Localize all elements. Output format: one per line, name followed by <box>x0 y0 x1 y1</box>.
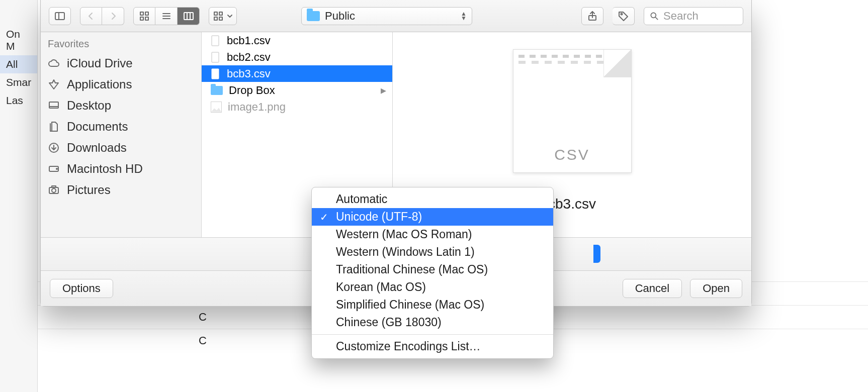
encoding-menu-item[interactable]: Korean (Mac OS) <box>312 278 553 296</box>
view-icons-button[interactable] <box>133 7 155 25</box>
file-row[interactable]: bcb1.csv <box>202 32 392 49</box>
camera-icon <box>48 184 60 196</box>
svg-rect-28 <box>212 36 219 46</box>
encoding-menu-item-label: Unicode (UTF-8) <box>336 210 422 223</box>
sidebar-item-label: Applications <box>67 77 132 91</box>
encoding-menu-customize[interactable]: Customize Encodings List… <box>312 338 553 355</box>
svg-rect-14 <box>219 12 222 15</box>
svg-point-26 <box>52 188 56 192</box>
file-row-folder[interactable]: Drop Box ▸ <box>202 82 392 99</box>
svg-point-18 <box>651 13 656 18</box>
favorites-sidebar: Favorites iCloud Drive Applications Desk… <box>41 32 202 237</box>
sidebar-item-documents[interactable]: Documents <box>41 116 201 137</box>
sidebar-item-label: Downloads <box>67 141 127 155</box>
bg-sidebar: On M All Smar Las <box>0 0 38 392</box>
share-icon <box>586 10 598 22</box>
sidebar-item-label: Documents <box>67 120 128 134</box>
encoding-menu-item[interactable]: Western (Mac OS Roman) <box>312 226 553 243</box>
bg-sidebar-item[interactable]: Smar <box>0 73 37 91</box>
downloads-icon <box>48 142 60 154</box>
sidebar-fade <box>41 217 201 237</box>
sidebar-item-icloud[interactable]: iCloud Drive <box>41 53 201 74</box>
chevron-down-icon <box>227 13 233 19</box>
folder-icon <box>211 86 223 95</box>
file-name: bcb2.csv <box>227 51 271 64</box>
sidebar-icon <box>54 10 66 22</box>
sidebar-item-label: Pictures <box>67 183 111 197</box>
file-row[interactable]: bcb2.csv <box>202 49 392 65</box>
file-icon <box>211 51 221 63</box>
chevron-left-icon <box>85 10 97 22</box>
chevron-right-icon: ▸ <box>381 84 386 97</box>
columns-icon <box>183 10 195 22</box>
encoding-menu-item[interactable]: Chinese (GB 18030) <box>312 314 553 331</box>
svg-rect-29 <box>212 52 219 62</box>
search-placeholder: Search <box>663 10 699 23</box>
sidebar-header: Favorites <box>41 36 201 53</box>
list-icon <box>160 10 172 22</box>
svg-rect-30 <box>212 69 219 79</box>
preview-badge: CSV <box>554 146 590 163</box>
path-popup[interactable]: Public ▲▼ <box>301 7 472 25</box>
svg-rect-5 <box>145 17 148 20</box>
encoding-menu-item-selected[interactable]: ✓ Unicode (UTF-8) <box>312 208 553 226</box>
chevron-right-icon <box>107 10 119 22</box>
bg-sidebar-item[interactable]: On M <box>0 25 37 55</box>
encoding-menu[interactable]: Automatic ✓ Unicode (UTF-8) Western (Mac… <box>311 187 554 359</box>
group-icon <box>213 10 225 22</box>
search-field[interactable]: Search <box>644 7 743 25</box>
path-label: Public <box>325 10 355 23</box>
folder-icon <box>307 11 320 21</box>
file-name: Drop Box <box>229 84 275 97</box>
svg-rect-9 <box>184 13 193 20</box>
share-button[interactable] <box>581 7 603 25</box>
sidebar-item-label: Macintosh HD <box>67 162 143 176</box>
cancel-button[interactable]: Cancel <box>623 279 682 298</box>
bg-sidebar-item[interactable]: All <box>0 55 37 73</box>
sidebar-item-pictures[interactable]: Pictures <box>41 179 201 201</box>
toggle-sidebar-button[interactable] <box>49 7 71 25</box>
svg-rect-12 <box>214 12 217 15</box>
file-name: bcb1.csv <box>227 34 271 47</box>
checkmark-icon: ✓ <box>320 211 328 223</box>
dialog-toolbar: Public ▲▼ Search <box>41 0 751 32</box>
back-button[interactable] <box>80 7 102 25</box>
encoding-popup-edge[interactable] <box>593 245 600 263</box>
updown-icon: ▲▼ <box>461 12 467 21</box>
sidebar-item-applications[interactable]: Applications <box>41 74 201 95</box>
sidebar-item-macintosh-hd[interactable]: Macintosh HD <box>41 158 201 179</box>
bg-sidebar-item[interactable]: Las <box>0 91 37 110</box>
desktop-icon <box>48 100 60 112</box>
sidebar-item-downloads[interactable]: Downloads <box>41 137 201 158</box>
view-list-button[interactable] <box>155 7 178 25</box>
search-icon <box>649 11 659 21</box>
view-columns-button[interactable] <box>178 7 200 25</box>
encoding-menu-item[interactable]: Traditional Chinese (Mac OS) <box>312 261 553 278</box>
encoding-menu-item[interactable]: Western (Windows Latin 1) <box>312 243 553 261</box>
open-button[interactable]: Open <box>690 279 742 298</box>
tags-button[interactable] <box>613 7 635 25</box>
svg-rect-27 <box>52 186 56 187</box>
sidebar-item-desktop[interactable]: Desktop <box>41 95 201 116</box>
svg-line-19 <box>656 17 658 19</box>
file-icon <box>211 35 221 47</box>
file-name: bcb3.csv <box>227 67 271 80</box>
menu-separator <box>312 334 553 335</box>
svg-rect-4 <box>140 17 143 20</box>
grid-icon <box>138 10 150 22</box>
forward-button[interactable] <box>102 7 124 25</box>
svg-point-24 <box>56 168 57 169</box>
options-button[interactable]: Options <box>50 279 113 298</box>
encoding-menu-item[interactable]: Simplified Chinese (Mac OS) <box>312 296 553 314</box>
encoding-menu-item[interactable]: Automatic <box>312 190 553 208</box>
file-row-selected[interactable]: bcb3.csv <box>202 65 392 82</box>
svg-rect-0 <box>55 13 64 20</box>
preview-filename: cb3.csv <box>548 196 596 212</box>
svg-rect-20 <box>49 102 58 108</box>
nav-group <box>80 7 124 25</box>
svg-rect-13 <box>214 17 217 20</box>
group-by-button[interactable] <box>209 7 237 25</box>
file-name: image1.png <box>228 101 286 114</box>
svg-rect-2 <box>140 12 143 15</box>
file-icon <box>211 68 221 80</box>
